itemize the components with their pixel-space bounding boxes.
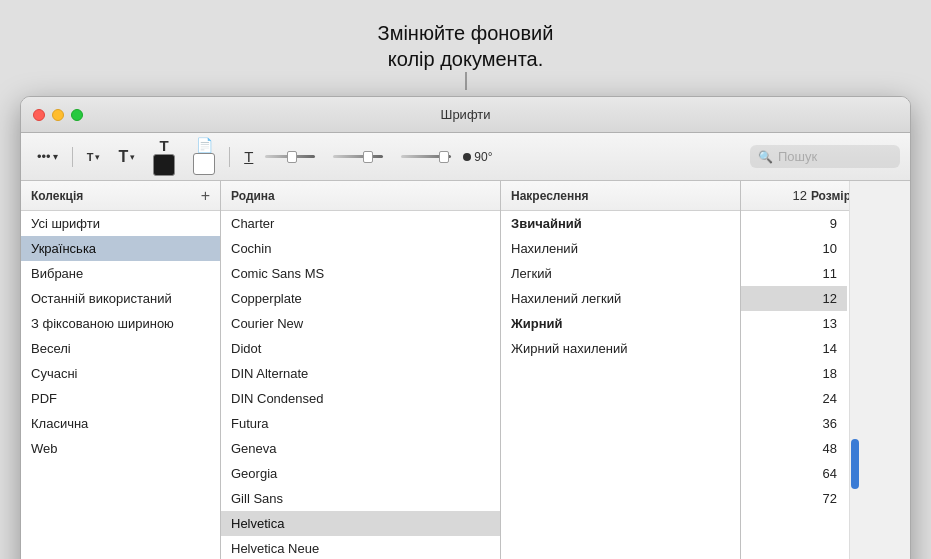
degree-dot-icon <box>463 153 471 161</box>
add-collection-button[interactable]: + <box>201 188 210 204</box>
typeface-list-item[interactable]: Нахилений <box>501 236 740 261</box>
main-content: Колекція + Усі шрифтиУкраїнськаВибранеОс… <box>21 181 910 559</box>
size-list-item[interactable]: 36 <box>741 411 847 436</box>
size-list-item[interactable]: 14 <box>741 336 847 361</box>
collection-list-item[interactable]: Класична <box>21 411 220 436</box>
slider1-thumb[interactable] <box>287 151 297 163</box>
size-header: Розмір <box>741 181 861 211</box>
collection-list-item[interactable]: З фіксованою шириною <box>21 311 220 336</box>
text-style-button[interactable]: T <box>238 145 259 168</box>
collection-list-item[interactable]: Усі шрифти <box>21 211 220 236</box>
typeface-list-item[interactable]: Легкий <box>501 261 740 286</box>
size-list-item[interactable]: 13 <box>741 311 847 336</box>
traffic-lights <box>33 109 83 121</box>
size-scrollbar-track <box>849 181 861 559</box>
collection-list-item[interactable]: Вибране <box>21 261 220 286</box>
size-list-item[interactable]: 64 <box>741 461 847 486</box>
tooltip-callout: Змінюйте фоновий колір документа. <box>20 20 911 72</box>
window-wrapper: Змінюйте фоновий колір документа. Шрифти… <box>20 20 911 559</box>
typeface-header-label: Накреслення <box>511 189 589 203</box>
size-list-item[interactable]: 11 <box>741 261 847 286</box>
collection-header: Колекція + <box>21 181 220 211</box>
slider2-container <box>333 155 383 158</box>
collection-list: Усі шрифтиУкраїнськаВибранеОстанній вико… <box>21 211 220 559</box>
typeface-list-item[interactable]: Жирний нахилений <box>501 336 740 361</box>
collection-list-item[interactable]: Web <box>21 436 220 461</box>
typeface-header: Накреслення <box>501 181 740 211</box>
slider-group <box>265 155 451 158</box>
size-list-item[interactable]: 24 <box>741 386 847 411</box>
fonts-window: Шрифти ••• ▾ T ▾ T ▾ T <box>20 96 911 559</box>
collection-list-item[interactable]: PDF <box>21 386 220 411</box>
search-input[interactable]: Пошук <box>778 149 817 164</box>
family-list-item[interactable]: Copperplate <box>221 286 500 311</box>
collection-list-item[interactable]: Веселі <box>21 336 220 361</box>
slider3-thumb[interactable] <box>439 151 449 163</box>
tooltip-line2: колір документа. <box>388 48 544 70</box>
family-list-item[interactable]: Didot <box>221 336 500 361</box>
window-title: Шрифти <box>440 107 490 122</box>
family-list-item[interactable]: Helvetica <box>221 511 500 536</box>
size-list: 91011121314182436486472 <box>741 211 861 559</box>
text-color-t-icon: T <box>160 138 169 153</box>
size-list-item[interactable]: 48 <box>741 436 847 461</box>
size-header-label: Розмір <box>811 189 851 203</box>
size-list-item[interactable]: 12 <box>741 286 847 311</box>
family-list-item[interactable]: Georgia <box>221 461 500 486</box>
font-larger-icon: T <box>118 148 128 166</box>
doc-background-button[interactable]: 📄 <box>187 135 221 178</box>
doc-color-swatch <box>193 153 215 175</box>
sep1 <box>72 147 73 167</box>
degree-button[interactable]: 90° <box>457 147 498 167</box>
typeface-list-item[interactable]: Жирний <box>501 311 740 336</box>
font-larger-button[interactable]: T ▾ <box>112 145 141 169</box>
tooltip-line-indicator <box>465 72 466 90</box>
font-smaller-button[interactable]: T ▾ <box>81 148 107 166</box>
family-list-item[interactable]: Comic Sans MS <box>221 261 500 286</box>
collection-header-label: Колекція <box>31 189 83 203</box>
family-list-item[interactable]: DIN Condensed <box>221 386 500 411</box>
collection-list-item[interactable]: Сучасні <box>21 361 220 386</box>
text-color-button[interactable]: T <box>147 135 181 179</box>
search-box[interactable]: 🔍 Пошук <box>750 145 900 168</box>
size-list-item[interactable]: 9 <box>741 211 847 236</box>
size-list-item[interactable]: 18 <box>741 361 847 386</box>
size-list-item[interactable]: 72 <box>741 486 847 511</box>
family-list-item[interactable]: Futura <box>221 411 500 436</box>
family-list-item[interactable]: Geneva <box>221 436 500 461</box>
maximize-button[interactable] <box>71 109 83 121</box>
doc-icon: 📄 <box>196 138 213 152</box>
slider2-track[interactable] <box>333 155 383 158</box>
typeface-panel: Накреслення ЗвичайнийНахиленийЛегкийНахи… <box>501 181 741 559</box>
toolbar: ••• ▾ T ▾ T ▾ T 📄 <box>21 133 910 181</box>
collection-list-item[interactable]: Останній використаний <box>21 286 220 311</box>
family-list-item[interactable]: Charter <box>221 211 500 236</box>
size-input[interactable] <box>772 188 807 203</box>
tooltip-line1: Змінюйте фоновий <box>378 22 554 44</box>
size-panel: Розмір 91011121314182436486472 <box>741 181 861 559</box>
collection-list-item[interactable]: Українська <box>21 236 220 261</box>
family-list-item[interactable]: Gill Sans <box>221 486 500 511</box>
family-header-label: Родина <box>231 189 275 203</box>
text-color-swatch <box>153 154 175 176</box>
typeface-list-item[interactable]: Нахилений легкий <box>501 286 740 311</box>
minimize-button[interactable] <box>52 109 64 121</box>
family-list-item[interactable]: DIN Alternate <box>221 361 500 386</box>
family-panel: Родина CharterCochinComic Sans MSCopperp… <box>221 181 501 559</box>
font-smaller-icon: T <box>87 151 94 163</box>
close-button[interactable] <box>33 109 45 121</box>
slider2-thumb[interactable] <box>363 151 373 163</box>
title-bar: Шрифти <box>21 97 910 133</box>
collection-panel: Колекція + Усі шрифтиУкраїнськаВибранеОс… <box>21 181 221 559</box>
actions-button[interactable]: ••• ▾ <box>31 146 64 167</box>
family-list-item[interactable]: Cochin <box>221 236 500 261</box>
family-list-item[interactable]: Courier New <box>221 311 500 336</box>
actions-chevron: ▾ <box>53 151 58 162</box>
family-list: CharterCochinComic Sans MSCopperplateCou… <box>221 211 500 559</box>
sep2 <box>229 147 230 167</box>
family-list-item[interactable]: Helvetica Neue <box>221 536 500 559</box>
typeface-list-item[interactable]: Звичайний <box>501 211 740 236</box>
typeface-list: ЗвичайнийНахиленийЛегкийНахилений легкий… <box>501 211 740 559</box>
size-scrollbar-thumb[interactable] <box>851 439 859 489</box>
size-list-item[interactable]: 10 <box>741 236 847 261</box>
